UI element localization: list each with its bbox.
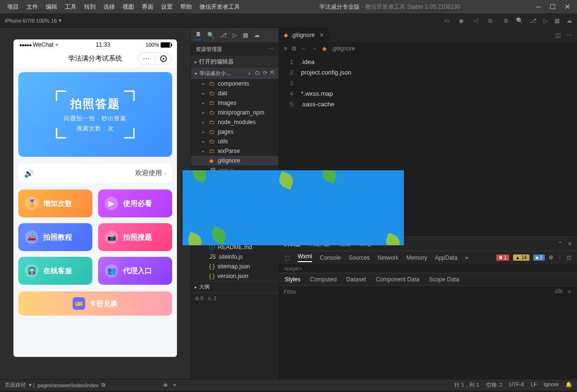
devtab-memory[interactable]: Memory (406, 254, 427, 261)
bell-icon[interactable]: 🔔 (565, 381, 572, 389)
folder-item[interactable]: ▸🗀miniprogram_npm (191, 108, 278, 117)
cloud-icon[interactable]: ☁ (566, 17, 572, 24)
menu-edit[interactable]: 编辑 (42, 1, 61, 13)
maximize-button[interactable]: ☐ (550, 3, 556, 11)
extension-icon[interactable]: ▦ (554, 17, 560, 24)
run-icon[interactable]: ▷ (233, 32, 237, 38)
code-area[interactable]: 12345 .ideaproject.config.json *.wxss.ma… (279, 55, 577, 237)
device-icon[interactable]: ▭ (443, 17, 451, 24)
menu-settings[interactable]: 设置 (158, 1, 176, 13)
search-side-icon[interactable]: 🔍 (207, 32, 214, 38)
more-side-icon[interactable]: ☁ (254, 32, 260, 38)
devtab-wxml[interactable]: Wxml (298, 253, 312, 262)
new-file-icon[interactable]: ＋ (247, 70, 252, 77)
minimize-button[interactable]: ─ (536, 3, 541, 11)
home-icon[interactable]: ⧉ (486, 17, 494, 24)
menu-ui[interactable]: 界面 (138, 1, 157, 13)
devtab-more-icon[interactable]: » (465, 254, 468, 261)
device-selector[interactable]: iPhone 6/7/8 100% 16 ▾ (5, 17, 62, 24)
devtab-network[interactable]: Network (377, 254, 399, 261)
folder-item[interactable]: ▸🗀pages (191, 127, 278, 137)
menu-file[interactable]: 文件 (23, 1, 41, 13)
gear-icon[interactable]: ⚙ (549, 254, 553, 261)
new-folder-icon[interactable]: 🗀 (255, 70, 260, 77)
file-item[interactable]: { }version.json (191, 271, 278, 281)
indent[interactable]: 空格: 2 (486, 381, 502, 389)
kebab-icon[interactable]: ⋮ (557, 254, 563, 261)
folder-item[interactable]: ▸🗀images (191, 98, 278, 108)
project-section[interactable]: ▾学法减分小... ＋🗀⟳⇱ (191, 68, 278, 79)
menu-view[interactable]: 视图 (119, 1, 138, 13)
error-icon[interactable]: ⊘ 0 (195, 295, 203, 302)
page-element[interactable]: <page> (279, 264, 577, 273)
file-item[interactable]: ◆.gitignore (191, 156, 278, 165)
tile-increase[interactable]: 🏅增加次数 (18, 190, 92, 217)
styletab-computed[interactable]: Computed (310, 276, 337, 283)
explorer-more-icon[interactable]: ⋯ (268, 46, 274, 52)
nav-back-icon[interactable]: ← (301, 45, 307, 52)
devtab-console[interactable]: Console (320, 254, 341, 261)
close-panel-icon[interactable]: ✕ (567, 240, 572, 247)
menu-tools[interactable]: 工具 (62, 1, 80, 13)
tile-search[interactable]: 📷拍照搜题 (98, 223, 172, 251)
chevron-up-icon[interactable]: ⌃ (558, 240, 563, 247)
dock-icon[interactable]: ◫ (566, 254, 571, 261)
cls-button[interactable]: .cls (554, 288, 563, 296)
styletab-styles[interactable]: Styles (285, 276, 301, 283)
add-style-icon[interactable]: ＋ (566, 288, 572, 296)
folder-item[interactable]: ▸🗀utils (191, 137, 278, 146)
warning-pill[interactable]: ▲ 14 (513, 254, 529, 261)
menu-project[interactable]: 项目 (4, 1, 22, 13)
copy-icon[interactable]: ⧉ (101, 382, 105, 388)
files-icon[interactable]: 🗎 (196, 31, 201, 40)
redeem-button[interactable]: 🎫卡密兑换 (18, 291, 172, 316)
styletab-scope[interactable]: Scope Data (429, 276, 459, 283)
file-item[interactable]: { }sitemap.json (191, 262, 278, 271)
collapse-icon[interactable]: ⇱ (270, 70, 275, 77)
bookmark-icon[interactable]: ⧉ (292, 45, 296, 52)
explorer-icon[interactable]: 🗎 (503, 17, 509, 24)
split-icon[interactable]: ◫ (555, 32, 561, 38)
search-icon[interactable]: 🔍 (516, 17, 523, 24)
cursor-pos[interactable]: 行 1，列 1 (454, 381, 479, 389)
eol[interactable]: LF (531, 381, 537, 389)
devtab-sources[interactable]: Sources (349, 254, 370, 261)
info-pill[interactable]: ■ 2 (533, 254, 545, 261)
folder-item[interactable]: ▸🗀dati (191, 89, 278, 98)
menu-select[interactable]: 选择 (100, 1, 118, 13)
tile-tutorial[interactable]: 🚗拍照教程 (18, 223, 92, 251)
capsule-button[interactable]: ⋯ (138, 52, 172, 65)
lang-mode[interactable]: Ignore (544, 381, 559, 389)
back-icon[interactable]: ◁ (472, 17, 479, 24)
tile-agent[interactable]: 👥代理入口 (98, 257, 172, 285)
tile-guide[interactable]: ▶使用必看 (98, 190, 172, 217)
devtab-appdata[interactable]: AppData (435, 254, 457, 261)
list-icon[interactable]: ≡ (284, 45, 287, 52)
branch-icon[interactable]: ⎇ (220, 32, 227, 38)
git-icon[interactable]: ⎇ (530, 17, 537, 24)
menu-goto[interactable]: 转到 (81, 1, 99, 13)
open-editors-section[interactable]: ▸打开的编辑器 (191, 56, 278, 68)
folder-item[interactable]: ▸🗀node_modules (191, 117, 278, 127)
ext-icon[interactable]: ▦ (243, 32, 248, 38)
location-icon[interactable]: ⌖ (173, 382, 176, 388)
error-pill[interactable]: ✖ 1 (496, 254, 509, 261)
notice-bar[interactable]: 🔊 欢迎使用› (18, 164, 172, 183)
outline-section[interactable]: ▸大纲 (191, 281, 278, 292)
tile-service[interactable]: 🎧在线客服 (18, 257, 92, 285)
file-item[interactable]: JSsiteinfo.js (191, 252, 278, 262)
close-tab-icon[interactable]: ✕ (319, 32, 324, 38)
menu-wechat-devtools[interactable]: 微信开发者工具 (196, 1, 243, 13)
eye-icon[interactable]: 👁 (163, 382, 168, 388)
editor-tab[interactable]: ◆.gitignore✕ (279, 28, 329, 42)
warning-icon[interactable]: ⚠ 1 (207, 295, 216, 302)
record-icon[interactable]: ◉ (457, 17, 465, 24)
hero-card[interactable]: 拍照答题 问题拍一拍，秒出答案 搜索次数：次 (18, 72, 172, 157)
inspect-icon[interactable]: ⬚ (285, 254, 290, 261)
refresh-icon[interactable]: ⟳ (263, 70, 267, 77)
debug-icon[interactable]: ▷ (543, 17, 548, 24)
style-filter-input[interactable] (284, 289, 554, 295)
close-button[interactable]: ✕ (564, 3, 570, 11)
styletab-component[interactable]: Component Data (376, 276, 419, 283)
menu-help[interactable]: 帮助 (177, 1, 195, 13)
